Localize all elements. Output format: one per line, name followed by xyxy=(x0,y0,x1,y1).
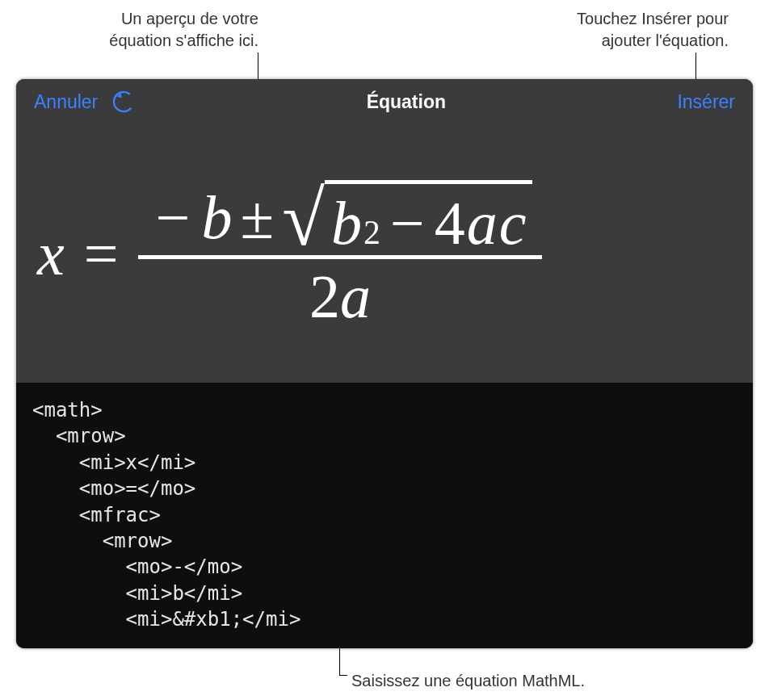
eq-plusminus: ± xyxy=(235,187,279,248)
eq-num-4: 4 xyxy=(435,192,465,254)
eq-equals: = xyxy=(84,223,119,284)
callout-input: Saisissez une équation MathML. xyxy=(351,670,585,692)
eq-var-a2: a xyxy=(340,262,371,330)
sqrt-icon: √ xyxy=(282,188,325,250)
eq-var-a: a xyxy=(467,192,498,254)
eq-num-2: 2 xyxy=(309,262,340,330)
eq-fraction: − b ± √ b 2 − 4 a xyxy=(138,178,543,329)
callout-preview: Un aperçu de votreéquation s'affiche ici… xyxy=(109,8,258,52)
eq-var-b2: b xyxy=(331,192,362,254)
equation-dialog: Annuler Équation Insérer x = xyxy=(16,79,753,648)
eq-minus: − xyxy=(148,187,199,248)
callout-leader xyxy=(339,675,347,676)
eq-minus-2: − xyxy=(382,192,433,254)
eq-var-x: x xyxy=(37,223,65,284)
svg-point-0 xyxy=(112,90,135,113)
eq-radical: √ b 2 − 4 a c xyxy=(282,180,532,254)
eq-var-b: b xyxy=(201,187,232,248)
equation-preview: x = − b ± √ b 2 xyxy=(16,124,753,383)
callout-insert: Touchez Insérer pourajouter l'équation. xyxy=(577,8,729,52)
eq-var-c: c xyxy=(499,192,527,254)
undo-icon[interactable] xyxy=(112,90,135,113)
dialog-title: Équation xyxy=(367,91,446,113)
mathml-editor[interactable]: <math> <mrow> <mi>x</mi> <mo>=</mo> <mfr… xyxy=(16,383,753,648)
cancel-button[interactable]: Annuler xyxy=(34,91,98,113)
dialog-titlebar: Annuler Équation Insérer xyxy=(16,79,753,124)
eq-exp-2: 2 xyxy=(363,216,380,250)
insert-button[interactable]: Insérer xyxy=(677,91,735,113)
